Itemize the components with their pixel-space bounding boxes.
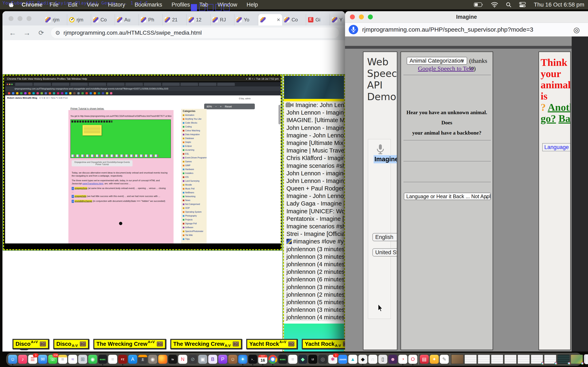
browser-tab[interactable]: × [258, 14, 282, 25]
dock-icon[interactable]: ☺ [8, 355, 17, 364]
recognized-word[interactable]: Imagine [374, 155, 397, 163]
playlist-panel[interactable]: Imagine: John Lennon (John Lennon - Imag… [283, 75, 345, 351]
browser-tab[interactable]: Ph [139, 14, 163, 25]
dock-icon[interactable]: ☰ 3 [28, 355, 37, 364]
video-title-row[interactable]: johnlennon (3 minutes, [284, 284, 344, 291]
genre-playlist-button[interactable]: The Wrecking CrewA-V [170, 339, 242, 349]
language-button-english[interactable]: English [372, 233, 397, 241]
swipe-media-video[interactable]: Chrome File Edit View History Bookmarks … [3, 75, 282, 250]
dock-icon[interactable]: exec [98, 355, 107, 364]
video-title-row[interactable]: John Lennon - Imagine [284, 177, 344, 185]
video-title-row[interactable]: Queen + Paul Rodgers [284, 185, 344, 192]
video-title-row[interactable]: johnlennon (3 minutes, 8 [284, 245, 344, 253]
control-center-icon[interactable] [519, 2, 526, 7]
wifi-icon[interactable] [491, 2, 498, 7]
language-hear-select[interactable]: Language or Hear it Back ... Not Applica… [404, 193, 491, 200]
battery-icon[interactable] [474, 2, 483, 7]
dock-icon[interactable]: ✦ [238, 355, 247, 364]
dock-icon[interactable]: ♪ [18, 355, 27, 364]
browser-tab[interactable]: Co [91, 14, 115, 25]
dock-icon[interactable]: tv [168, 355, 177, 364]
dock-icon[interactable]: ☻ [388, 355, 397, 364]
video-title-row[interactable]: Lady Gaga - Imagine [L [284, 200, 344, 207]
dock-icon[interactable] [450, 354, 450, 365]
back-icon[interactable]: ← [8, 28, 17, 37]
dock-icon[interactable]: A [128, 355, 137, 364]
microphone-icon[interactable] [374, 143, 386, 156]
dock-icon[interactable]: ☏ 208 [48, 355, 57, 364]
dock-icon[interactable]: IJ [308, 355, 317, 364]
reload-icon[interactable]: ⟳ [37, 28, 46, 37]
browser-tab[interactable]: rjm [43, 14, 67, 25]
video-title-row[interactable]: johnlennon (3 minutes, 5 [284, 253, 344, 261]
genre-playlist-button[interactable]: The Wrecking CrewA+V [93, 339, 166, 349]
dock-icon[interactable]: >_ [248, 355, 257, 364]
dock-icon[interactable]: ☺ [228, 355, 237, 364]
dock-icon[interactable] [518, 355, 530, 364]
dock-icon[interactable]: ± [138, 355, 147, 364]
dock-icon[interactable] [465, 355, 477, 364]
menu-item[interactable]: Help [242, 2, 263, 8]
dock-icon[interactable]: ◉ [148, 355, 157, 364]
menu-item[interactable]: Profiles [167, 2, 195, 8]
browser-tab[interactable]: Co [282, 14, 306, 25]
menu-clock[interactable]: Thu 16 Oct 6:58 pm [534, 1, 584, 8]
dock-icon[interactable]: zoom [338, 355, 347, 364]
browser-tab[interactable]: 21 [163, 14, 187, 25]
dock-icon[interactable] [531, 355, 543, 364]
video-title-row[interactable]: Imagine scenarios #sho [284, 223, 344, 230]
dock-icon[interactable]: ✱ 1 [328, 355, 337, 364]
dock-icon[interactable]: exec [278, 355, 287, 364]
video-title-row[interactable]: Imagine - John Lennon [284, 132, 344, 139]
dock-icon[interactable]: ◆ [358, 355, 367, 364]
video-title-row[interactable]: Imagine: John Lennon ( [284, 101, 344, 109]
browser-tab[interactable]: Gi [306, 14, 330, 25]
dock-icon[interactable] [571, 355, 583, 364]
dock-icon[interactable]: P [218, 355, 227, 364]
dock-icon[interactable]: ▣ [198, 355, 207, 364]
dock-icon[interactable]: ≡ [108, 355, 117, 364]
another-go-link[interactable]: Another [548, 101, 571, 113]
dock-icon[interactable] [544, 355, 556, 364]
dock-icon[interactable]: ✎ [440, 355, 449, 364]
video-title-row[interactable]: johnlennon (2 minutes, 3 [284, 268, 344, 276]
tab-close-icon[interactable]: × [277, 17, 280, 23]
video-title-row[interactable]: IMAGINE. [Ultimate Mix [284, 117, 344, 124]
back-link[interactable]: Back [559, 113, 571, 124]
spotlight-search-icon[interactable] [506, 2, 511, 8]
dock-icon[interactable]: FZ [118, 355, 127, 364]
category-select[interactable]: Animal Categorization ∨ [407, 57, 467, 65]
video-title-row[interactable]: Pentatonix - Imagine [O [284, 215, 344, 223]
video-title-row[interactable]: Imagine scenarios #sho [284, 162, 344, 170]
dock-icon[interactable]: ◔ [398, 355, 407, 364]
dock-icon[interactable]: B [208, 355, 217, 364]
eye-icon[interactable]: ◎ [573, 26, 580, 34]
dock-icon[interactable]: ✉ [38, 355, 47, 364]
dock-icon[interactable]: ⊘ [188, 355, 197, 364]
dock-icon[interactable]: ≈ [68, 355, 77, 364]
dock-icon[interactable]: O [408, 355, 417, 364]
dock-icon[interactable]: ✦ [430, 355, 439, 364]
dock-icon[interactable]: ◆ [298, 355, 307, 364]
dialect-button-us[interactable]: United States [372, 248, 397, 257]
browser-tab[interactable]: Au [115, 14, 139, 25]
dock-icon[interactable]: N [178, 355, 187, 364]
dock-icon[interactable]: ▯ [378, 355, 387, 364]
page-scrollbar-thumb[interactable] [278, 105, 281, 124]
browser-tab[interactable]: rjm [67, 14, 91, 25]
video-title-row[interactable]: #imagines #love #yn [284, 238, 344, 245]
dock-icon[interactable]: ◉ [88, 355, 97, 364]
browser-tab[interactable]: RJ [210, 14, 234, 25]
dock-icon[interactable] [418, 354, 419, 365]
video-title-row[interactable]: Strei - Imagine [Official [284, 230, 344, 238]
dock-icon[interactable] [478, 355, 490, 364]
mic-permission-icon[interactable] [349, 25, 358, 34]
language-button[interactable]: Language [542, 143, 571, 151]
video-title-row[interactable]: johnlennon (2 minutes, 4 [284, 291, 344, 299]
minimize-button[interactable] [359, 15, 364, 19]
video-title-row[interactable]: johnlennon (4 minutes, [284, 314, 344, 321]
dock-icon[interactable]: ▲ [348, 355, 357, 364]
zoom-button[interactable] [368, 15, 373, 19]
genre-playlist-button[interactable]: Yacht RockA-V [302, 339, 345, 349]
dock-icon[interactable] [504, 355, 517, 364]
